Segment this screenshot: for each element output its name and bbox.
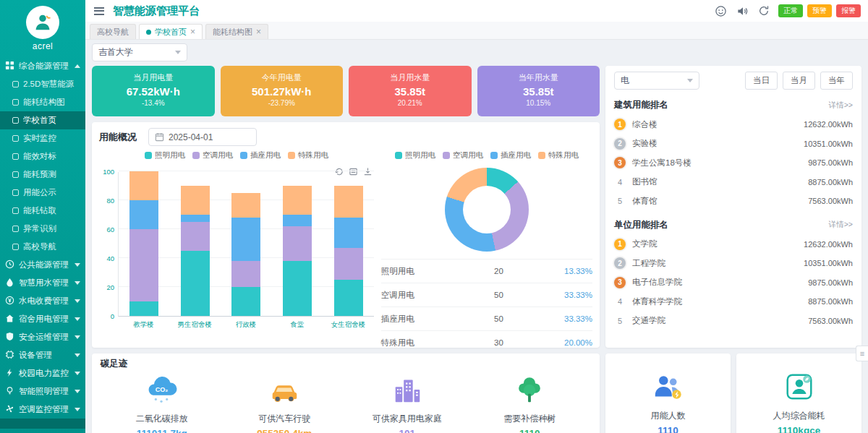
overview-title: 用能概况 [99,131,137,144]
energy-type-select[interactable]: 电 [614,72,699,90]
refresh-icon[interactable] [757,4,771,18]
ranking-panel: 电 当日当月当年 建筑用能排名详情>>1综合楼12632.00kWh2实验楼10… [605,66,861,348]
stacked-bar[interactable] [334,186,363,316]
bar-segment [231,287,260,316]
school-select[interactable]: 吉首大学 [92,43,187,61]
sidebar-group-6[interactable]: 设备管理 [0,346,85,364]
breakdown-name: 插座用电 [381,314,494,325]
chevron-down-icon [75,281,80,285]
rank-name: 交通学院 [632,315,665,326]
logo: acrel [0,0,85,51]
breakdown-percent: 20.00% [548,338,592,347]
home-icon [5,314,14,325]
submenu-icon [12,226,19,232]
period-button[interactable]: 当日 [745,72,778,90]
breakdown-name: 特殊用电 [381,338,494,348]
bar-segment [231,218,260,261]
rank-value: 8875.00kWh [808,178,853,187]
legend-item[interactable]: 特殊用电 [288,150,328,160]
sidebar-item[interactable]: 能效对标 [0,147,85,166]
sidebar-item[interactable]: 2.5D智慧能源 [0,75,85,93]
energy-type-value: 电 [621,74,629,87]
speaker-icon[interactable] [735,4,749,18]
legend-item[interactable]: 空调用电 [443,150,483,160]
sidebar-item[interactable]: 异常识别 [0,220,85,238]
medal-icon: 3 [614,157,626,168]
legend-item[interactable]: 插座用电 [240,150,281,160]
sidebar-group-4[interactable]: 宿舍用电管理 [0,310,85,328]
sidebar-item[interactable]: 能耗结构图 [0,93,85,111]
bulb-icon [5,386,14,397]
tab[interactable]: 学校首页× [139,24,203,39]
sidebar-group-8[interactable]: 智能照明管理 [0,382,85,400]
stacked-bar[interactable] [283,186,312,316]
page-title: 智慧能源管理平台 [113,4,200,18]
tab[interactable]: 能耗结构图× [205,24,268,39]
x-axis-labels: 教学楼男生宿舍楼行政楼食堂女生宿舍楼 [118,317,374,330]
close-icon[interactable]: × [190,27,195,36]
sidebar-group-1[interactable]: 公共能源管理 [0,256,85,274]
tab[interactable]: 高校导航 [90,24,136,39]
main-content: 吉首大学 当月用电量67.52kW·h-13.4%今年用电量501.27kW·h… [85,40,868,433]
status-pill[interactable]: 正常 [778,4,803,17]
close-icon[interactable]: × [256,27,261,36]
date-picker[interactable]: 2025-04-01 [148,128,257,146]
sidebar-item[interactable]: 实时监控 [0,129,85,147]
legend-item[interactable]: 照明用电 [395,150,435,160]
details-link[interactable]: 详情>> [829,220,853,230]
stacked-bar[interactable] [231,193,260,316]
legend-item[interactable]: 特殊用电 [538,150,579,160]
rank-number: 5 [614,197,626,205]
rank-row: 5体育馆7563.00kWh [614,192,853,211]
carbon-items: CO₂二氧化碳排放111011.7kg可供汽车行驶955350.4km可供家具用… [101,373,591,433]
breakdown-percent: 33.33% [548,314,592,323]
status-pill[interactable]: 预警 [807,4,832,17]
period-buttons: 当日当月当年 [740,72,853,90]
status-pill[interactable]: 报警 [836,4,861,17]
details-link[interactable]: 详情>> [829,100,853,111]
sidebar-group-5[interactable]: 安全运维管理 [0,328,85,346]
sidebar-group-7[interactable]: 校园电力监控 [0,364,85,382]
tree-icon [469,373,592,409]
carbon-item: 需要补偿种树1110 [469,373,592,433]
bar-segment [231,193,260,218]
sidebar-item[interactable]: 能耗预测 [0,166,85,184]
rank-section-title: 建筑用能排名 [614,99,668,111]
rank-name: 体育科学学院 [632,296,682,307]
bar-segment [334,218,363,248]
legend-item[interactable]: 照明用电 [145,150,185,160]
sidebar-group-0[interactable]: 综合能源管理 [0,57,85,75]
shield-icon [5,332,14,343]
energy-users-card: 用能人数1110 [605,353,731,433]
submenu-icon [12,117,19,124]
sidebar-item[interactable]: 学校首页 [0,111,85,129]
donut-chart [445,168,529,252]
period-button[interactable]: 当年 [820,72,853,90]
bar-segment [334,280,363,316]
sidebar-group-3[interactable]: 水电收费管理 [0,292,85,310]
breakdown-name: 照明用电 [381,266,494,277]
user-face-icon[interactable] [713,4,728,18]
sidebar-group-9[interactable]: 空调监控管理 [0,400,85,419]
sidebar-group-2[interactable]: 智慧用水管理 [0,274,85,292]
period-button[interactable]: 当月 [783,72,815,90]
legend-item[interactable]: 插座用电 [490,150,531,160]
quick-panel-toggle[interactable]: ≡ [856,346,868,361]
fan-icon [5,404,14,415]
stacked-bar[interactable] [181,186,210,316]
legend-item[interactable]: 空调用电 [192,150,233,160]
sidebar-item[interactable]: 用能公示 [0,184,85,202]
clock-icon [5,260,14,270]
bar-segment [334,248,363,280]
sidebar-item[interactable]: 能耗钻取 [0,202,85,220]
submenu-icon [12,189,19,196]
menu-collapse-icon[interactable] [93,4,106,18]
stacked-bar[interactable] [129,171,158,316]
submenu-icon [12,171,19,178]
bar-segment [283,186,312,215]
sidebar-more-item[interactable] [0,419,85,429]
y-tick-label: 20 [106,283,114,291]
grid-icon [5,61,14,72]
bar-segment [129,171,158,200]
sidebar-item[interactable]: 高校导航 [0,238,85,256]
